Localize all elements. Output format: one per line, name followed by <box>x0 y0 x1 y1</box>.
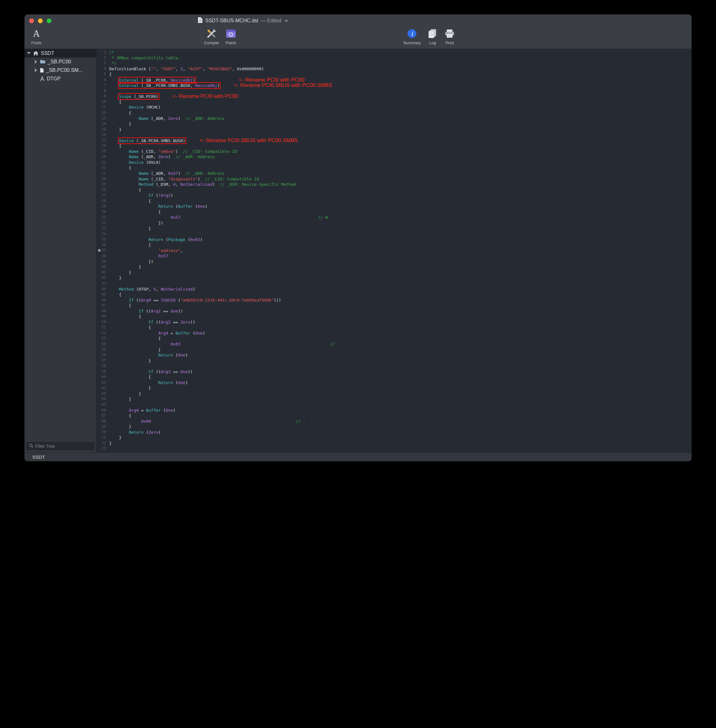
code-line: 6 External (_SB_.PC00, DeviceObj) <- Ren… <box>97 77 692 83</box>
line-number: 72 <box>97 441 109 446</box>
minimize-button[interactable] <box>38 18 42 23</box>
rename-annotation: <- Rename PCI0 with PC00 <box>173 93 238 99</box>
code-token: , <box>156 287 161 291</box>
code-line: 37 "address", <box>97 248 692 253</box>
sidebar-item-sb-pc00-sm[interactable]: _SB.PC00.SM... <box>24 66 96 74</box>
code-line: 55 } <box>97 347 692 353</box>
code-line: 4DefinitionBlock ("", "SSDT", 2, "ACDT",… <box>97 66 692 72</box>
code-editor[interactable]: 1/*2 * SMBus compatibility table.3 */4De… <box>97 49 692 452</box>
titlebar[interactable]: SSDT-SBUS-MCHC.dsl — Edited <box>24 14 692 27</box>
code-line-content: /* <box>109 50 114 55</box>
code-line: 9 Scope (_SB.PC00)<- Rename PCI0 with PC… <box>97 94 692 99</box>
house-icon <box>33 51 39 56</box>
sidebar-item-dtgp[interactable]: DTGP <box>24 74 96 83</box>
method-icon <box>40 76 44 81</box>
line-number: 52 <box>97 331 109 336</box>
code-token: } <box>109 226 151 231</box>
code-line: 29 Return (Buffer (One) <box>97 204 692 209</box>
code-token: // _ADR: Address <box>175 155 215 159</box>
code-token: Return <box>129 430 144 435</box>
code-token: !Arg2 <box>158 193 171 198</box>
code-token: Return <box>158 204 173 209</box>
code-line: 19 Name (_CID, "smbus") // _CID: Compati… <box>97 149 692 155</box>
code-line: 54 0x03 // . <box>97 341 692 347</box>
patch-button[interactable]: Patch <box>217 28 245 45</box>
code-token: { <box>109 100 121 104</box>
line-number: 11 <box>97 105 109 110</box>
line-number: 62 <box>97 385 109 391</box>
print-button[interactable]: Print <box>435 28 464 45</box>
log-label: Log <box>429 41 436 45</box>
disclosure-closed-icon[interactable] <box>34 60 38 64</box>
line-number: 17 <box>97 138 109 143</box>
code-line-content: } <box>109 424 131 429</box>
code-token: Zero <box>149 430 158 435</box>
line-number: 12 <box>97 110 109 116</box>
code-line: 56 Return (One) <box>97 352 692 358</box>
code-line: 71 } <box>97 435 692 441</box>
code-token: } <box>109 391 141 396</box>
source-tree: SSDT _SB.PC00 _SB.PC00.SM... <box>24 49 96 442</box>
code-lines: 1/*2 * SMBus compatibility table.3 */4De… <box>97 50 692 452</box>
code-token: Return <box>149 237 163 242</box>
code-line: 40 } <box>97 264 692 270</box>
code-line-content: { <box>109 292 121 297</box>
code-line-content: Name (_ADR, Zero) // _ADR: Address <box>109 116 225 121</box>
window-title-edited: — Edited <box>261 18 281 24</box>
code-token: "" <box>151 67 156 71</box>
code-line-content: 0x57 // W <box>109 215 328 220</box>
code-token: { <box>109 303 131 308</box>
filter-tree-input[interactable]: Filter Tree <box>26 442 94 450</box>
code-line-content: DefinitionBlock ("", "SSDT", 2, "ACDT", … <box>109 66 264 72</box>
document-proxy-icon[interactable] <box>198 17 203 24</box>
code-line-content: } <box>109 385 151 391</box>
code-token: Buffer <box>178 204 193 209</box>
line-number: 66 <box>97 408 109 413</box>
zoom-button[interactable] <box>47 18 52 23</box>
code-token: Scope <box>119 94 131 99</box>
code-token <box>195 78 225 82</box>
code-token: == <box>171 320 181 325</box>
code-token <box>109 182 139 187</box>
code-token: ( <box>173 380 178 385</box>
code-line: 42 } <box>97 275 692 281</box>
line-number: 69 <box>97 424 109 429</box>
code-line: 58 <box>97 363 692 369</box>
code-token: // . <box>330 342 340 346</box>
line-number: 1 <box>97 50 109 55</box>
code-token: 0x00000000 <box>237 67 261 71</box>
disclosure-open-icon[interactable] <box>27 52 31 55</box>
code-token: ) <box>168 155 175 159</box>
chevron-down-icon[interactable] <box>285 20 288 22</box>
line-number: 13 <box>97 116 109 121</box>
code-token: DefinitionBlock ( <box>109 67 151 71</box>
code-token: Return <box>158 353 173 357</box>
fonts-button[interactable]: A Fonts <box>24 28 50 45</box>
code-line: 57 } <box>97 358 692 364</box>
code-token: }) <box>109 221 163 225</box>
code-token: (( <box>144 309 151 314</box>
code-token <box>109 248 158 253</box>
disclosure-closed-icon[interactable] <box>34 68 38 72</box>
sidebar-item-sb-pc00[interactable]: _SB.PC00 <box>24 58 96 66</box>
close-button[interactable] <box>29 18 34 23</box>
rename-annotation: <- Rename PCI0.SBUS with PC00.SMBS <box>234 82 332 88</box>
code-token <box>109 253 158 258</box>
code-line-content: { <box>109 187 141 193</box>
code-line-content: } <box>109 358 151 364</box>
code-line-content: If ((Arg0 == ToUUID ("a0b5b7c6-1318-441c… <box>109 297 281 303</box>
code-token: If <box>129 298 134 302</box>
sidebar-item-ssdt[interactable]: SSDT <box>24 49 96 58</box>
line-number: 29 <box>97 204 109 209</box>
code-line-content: { <box>109 375 151 380</box>
code-token: If <box>149 193 153 198</box>
code-token: == <box>171 369 181 374</box>
code-line: 66 Arg4 = Buffer (One) <box>97 408 692 413</box>
code-token: , <box>202 67 208 71</box>
code-token <box>109 83 119 88</box>
rename-highlight-box: Device (_SB.PC00.SMBS.BUS0) <box>119 138 185 143</box>
code-line-content: If ((Arg2 == Zero)) <box>109 320 195 325</box>
folder-icon <box>40 60 46 64</box>
code-line-content: { <box>109 413 131 419</box>
line-number: 38 <box>97 253 109 259</box>
